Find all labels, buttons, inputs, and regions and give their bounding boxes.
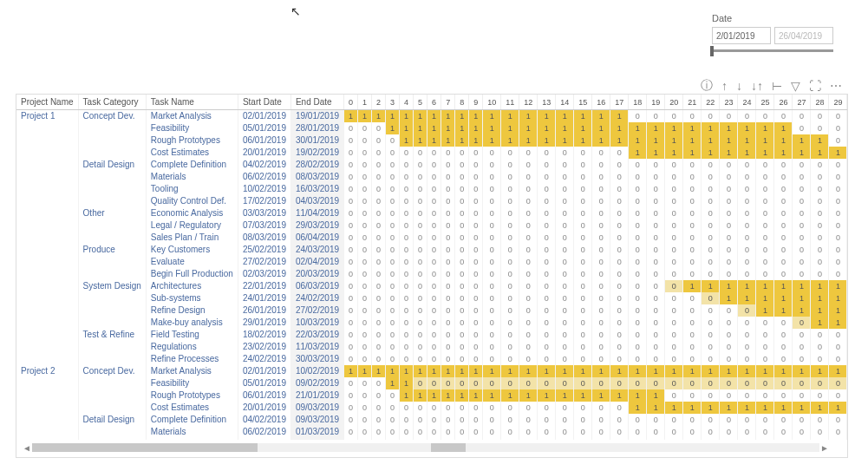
cell-day[interactable]: 0 xyxy=(647,341,665,353)
cell-day[interactable]: 0 xyxy=(441,219,455,232)
cell-day[interactable]: 0 xyxy=(774,183,793,195)
cell-day[interactable]: 0 xyxy=(793,195,811,207)
cell-day[interactable]: 0 xyxy=(372,232,386,244)
cell-day[interactable]: 0 xyxy=(372,402,386,414)
cell-task[interactable]: Complete Definition xyxy=(146,159,238,171)
cell-day[interactable]: 1 xyxy=(683,134,702,147)
cell-day[interactable]: 0 xyxy=(386,147,400,159)
cell-day[interactable]: 0 xyxy=(483,402,501,414)
cell-day[interactable]: 0 xyxy=(629,183,647,195)
cell-day[interactable]: 0 xyxy=(756,195,774,207)
cell-task[interactable]: Economic Analysis xyxy=(146,207,238,219)
cell-day[interactable]: 1 xyxy=(519,122,538,134)
date-slider-handle[interactable] xyxy=(710,46,714,56)
cell-day[interactable]: 0 xyxy=(738,389,756,402)
cell-day[interactable]: 0 xyxy=(592,244,610,256)
cell-task[interactable]: Quality Control Def. xyxy=(146,195,238,207)
cell-category[interactable] xyxy=(78,317,146,329)
cell-day[interactable]: 0 xyxy=(592,341,610,353)
cell-day[interactable]: 1 xyxy=(665,122,683,134)
cell-day[interactable]: 0 xyxy=(538,353,556,365)
cell-day[interactable]: 0 xyxy=(386,219,400,232)
cell-day[interactable]: 1 xyxy=(774,122,793,134)
cell-day[interactable]: 0 xyxy=(414,304,427,317)
cell-day[interactable]: 0 xyxy=(629,329,647,341)
cell-day[interactable]: 1 xyxy=(756,402,774,414)
cell-day[interactable]: 0 xyxy=(469,147,483,159)
cell-day[interactable]: 1 xyxy=(501,134,519,147)
cell-category[interactable]: Concept Dev. xyxy=(78,110,146,122)
cell-day[interactable]: 0 xyxy=(829,183,847,195)
cell-day[interactable]: 0 xyxy=(629,268,647,280)
cell-day[interactable]: 0 xyxy=(414,147,427,159)
cell-category[interactable] xyxy=(78,341,146,353)
cell-day[interactable]: 0 xyxy=(756,268,774,280)
cell-day[interactable]: 0 xyxy=(455,256,469,268)
cell-day[interactable]: 0 xyxy=(647,377,665,389)
cell-end[interactable]: 09/03/2019 xyxy=(290,402,343,414)
cell-day[interactable]: 0 xyxy=(720,219,738,232)
cell-day[interactable]: 0 xyxy=(372,414,386,426)
cell-day[interactable]: 0 xyxy=(386,353,400,365)
cell-day[interactable]: 0 xyxy=(358,389,372,402)
cell-category[interactable] xyxy=(78,304,146,317)
cell-day[interactable]: 0 xyxy=(702,389,720,402)
cell-project[interactable] xyxy=(16,183,78,195)
cell-day[interactable]: 0 xyxy=(358,341,372,353)
cell-day[interactable]: 0 xyxy=(647,183,665,195)
col-day-0[interactable]: 0 xyxy=(344,95,358,110)
cell-day[interactable]: 0 xyxy=(469,232,483,244)
col-day-21[interactable]: 21 xyxy=(683,95,702,110)
cell-day[interactable]: 1 xyxy=(483,134,501,147)
cell-end[interactable]: 02/04/2019 xyxy=(290,256,343,268)
cell-day[interactable]: 1 xyxy=(441,110,455,122)
cell-category[interactable]: Test & Refine xyxy=(78,329,146,341)
cell-day[interactable]: 0 xyxy=(665,426,683,438)
cell-day[interactable]: 0 xyxy=(441,353,455,365)
cell-day[interactable]: 0 xyxy=(756,341,774,353)
cell-day[interactable]: 0 xyxy=(702,414,720,426)
cell-day[interactable]: 0 xyxy=(756,219,774,232)
cell-project[interactable] xyxy=(16,171,78,183)
cell-day[interactable]: 1 xyxy=(629,402,647,414)
cell-category[interactable] xyxy=(78,292,146,304)
cell-day[interactable]: 0 xyxy=(683,317,702,329)
col-day-24[interactable]: 24 xyxy=(738,95,756,110)
cell-day[interactable]: 0 xyxy=(629,353,647,365)
cell-day[interactable]: 0 xyxy=(738,232,756,244)
cell-day[interactable]: 0 xyxy=(556,183,574,195)
cell-day[interactable]: 0 xyxy=(538,438,556,441)
cell-day[interactable]: 0 xyxy=(629,110,647,122)
cell-day[interactable]: 1 xyxy=(469,365,483,377)
cell-day[interactable]: 0 xyxy=(519,268,538,280)
cell-day[interactable]: 0 xyxy=(386,341,400,353)
cell-project[interactable] xyxy=(16,122,78,134)
cell-day[interactable]: 0 xyxy=(720,438,738,441)
cell-day[interactable]: 1 xyxy=(610,389,629,402)
cell-day[interactable]: 0 xyxy=(414,292,427,304)
cell-project[interactable] xyxy=(16,304,78,317)
cell-day[interactable]: 0 xyxy=(574,171,592,183)
cell-day[interactable]: 0 xyxy=(441,244,455,256)
cell-day[interactable]: 0 xyxy=(811,341,829,353)
cell-category[interactable] xyxy=(78,438,146,441)
cell-start[interactable]: 07/03/2019 xyxy=(238,219,290,232)
cell-day[interactable]: 0 xyxy=(738,426,756,438)
cell-day[interactable]: 0 xyxy=(386,256,400,268)
cell-end[interactable]: 28/01/2019 xyxy=(290,122,343,134)
cell-day[interactable]: 1 xyxy=(400,134,414,147)
col-day-19[interactable]: 19 xyxy=(647,95,665,110)
cell-day[interactable]: 0 xyxy=(441,183,455,195)
cell-day[interactable]: 0 xyxy=(574,207,592,219)
cell-day[interactable]: 0 xyxy=(610,341,629,353)
cell-project[interactable] xyxy=(16,207,78,219)
cell-end[interactable]: 29/03/2019 xyxy=(290,219,343,232)
cell-day[interactable]: 1 xyxy=(829,365,847,377)
cell-project[interactable] xyxy=(16,268,78,280)
cell-day[interactable]: 0 xyxy=(574,232,592,244)
cell-day[interactable]: 0 xyxy=(574,353,592,365)
cell-day[interactable]: 0 xyxy=(610,256,629,268)
col-task[interactable]: Task Name xyxy=(146,95,238,110)
cell-project[interactable] xyxy=(16,147,78,159)
cell-day[interactable]: 0 xyxy=(414,438,427,441)
